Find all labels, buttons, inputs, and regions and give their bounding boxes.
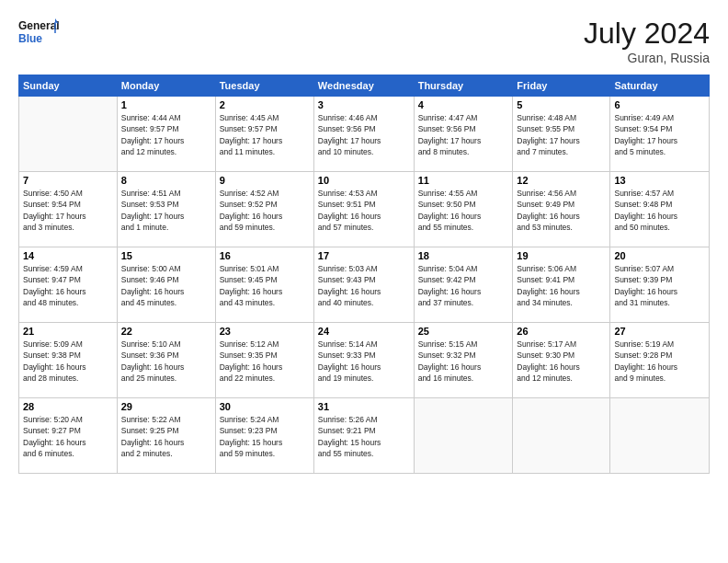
header-saturday: Saturday [610,75,710,97]
calendar-cell: 15Sunrise: 5:00 AMSunset: 9:46 PMDayligh… [117,247,215,323]
week-row-3: 14Sunrise: 4:59 AMSunset: 9:47 PMDayligh… [19,247,710,323]
calendar-table: SundayMondayTuesdayWednesdayThursdayFrid… [18,75,710,474]
calendar-cell: 24Sunrise: 5:14 AMSunset: 9:33 PMDayligh… [313,323,414,398]
calendar-cell: 9Sunrise: 4:52 AMSunset: 9:52 PMDaylight… [215,172,313,247]
calendar-cell: 21Sunrise: 5:09 AMSunset: 9:38 PMDayligh… [19,323,118,398]
day-info: Sunrise: 4:55 AMSunset: 9:50 PMDaylight:… [418,188,509,233]
day-number: 3 [318,99,410,110]
day-info: Sunrise: 4:59 AMSunset: 9:47 PMDaylight:… [23,263,113,308]
calendar-cell: 6Sunrise: 4:49 AMSunset: 9:54 PMDaylight… [610,97,710,172]
week-row-4: 21Sunrise: 5:09 AMSunset: 9:38 PMDayligh… [19,323,710,398]
header-thursday: Thursday [414,75,513,97]
day-info: Sunrise: 5:00 AMSunset: 9:46 PMDaylight:… [121,263,211,308]
day-info: Sunrise: 5:22 AMSunset: 9:25 PMDaylight:… [121,414,211,459]
day-number: 17 [318,250,410,261]
header-friday: Friday [513,75,610,97]
calendar-cell: 2Sunrise: 4:45 AMSunset: 9:57 PMDaylight… [215,97,313,172]
day-number: 14 [23,250,113,261]
calendar-cell [19,97,118,172]
day-number: 1 [121,99,211,110]
calendar-header-row: SundayMondayTuesdayWednesdayThursdayFrid… [19,75,710,97]
logo-svg: General Blue [18,17,59,50]
day-info: Sunrise: 5:24 AMSunset: 9:23 PMDaylight:… [220,414,310,459]
day-info: Sunrise: 5:17 AMSunset: 9:30 PMDaylight:… [517,339,606,384]
calendar-cell: 20Sunrise: 5:07 AMSunset: 9:39 PMDayligh… [610,247,710,323]
calendar-cell: 12Sunrise: 4:56 AMSunset: 9:49 PMDayligh… [513,172,610,247]
logo: General Blue [18,17,59,50]
day-info: Sunrise: 4:48 AMSunset: 9:55 PMDaylight:… [517,112,606,157]
day-info: Sunrise: 5:26 AMSunset: 9:21 PMDaylight:… [318,414,410,459]
day-number: 30 [220,401,310,412]
day-number: 26 [517,326,606,337]
day-info: Sunrise: 4:52 AMSunset: 9:52 PMDaylight:… [220,188,310,233]
day-number: 4 [418,99,509,110]
calendar-cell: 1Sunrise: 4:44 AMSunset: 9:57 PMDaylight… [117,97,215,172]
calendar-cell: 22Sunrise: 5:10 AMSunset: 9:36 PMDayligh… [117,323,215,398]
calendar-cell: 3Sunrise: 4:46 AMSunset: 9:56 PMDaylight… [313,97,414,172]
svg-text:General: General [18,19,59,32]
calendar-cell [414,398,513,474]
day-number: 8 [121,175,211,186]
day-info: Sunrise: 5:04 AMSunset: 9:42 PMDaylight:… [418,263,509,308]
calendar-cell: 4Sunrise: 4:47 AMSunset: 9:56 PMDaylight… [414,97,513,172]
calendar-cell: 7Sunrise: 4:50 AMSunset: 9:54 PMDaylight… [19,172,118,247]
location: Guran, Russia [584,51,710,65]
day-info: Sunrise: 4:47 AMSunset: 9:56 PMDaylight:… [418,112,509,157]
calendar-cell: 23Sunrise: 5:12 AMSunset: 9:35 PMDayligh… [215,323,313,398]
calendar-cell: 30Sunrise: 5:24 AMSunset: 9:23 PMDayligh… [215,398,313,474]
day-info: Sunrise: 5:07 AMSunset: 9:39 PMDaylight:… [614,263,705,308]
calendar-cell: 25Sunrise: 5:15 AMSunset: 9:32 PMDayligh… [414,323,513,398]
calendar-cell: 31Sunrise: 5:26 AMSunset: 9:21 PMDayligh… [313,398,414,474]
day-number: 5 [517,99,606,110]
calendar-cell: 16Sunrise: 5:01 AMSunset: 9:45 PMDayligh… [215,247,313,323]
day-info: Sunrise: 5:14 AMSunset: 9:33 PMDaylight:… [318,339,410,384]
calendar-cell [513,398,610,474]
calendar-cell: 5Sunrise: 4:48 AMSunset: 9:55 PMDaylight… [513,97,610,172]
week-row-5: 28Sunrise: 5:20 AMSunset: 9:27 PMDayligh… [19,398,710,474]
header-sunday: Sunday [19,75,118,97]
day-info: Sunrise: 5:15 AMSunset: 9:32 PMDaylight:… [418,339,509,384]
day-info: Sunrise: 5:03 AMSunset: 9:43 PMDaylight:… [318,263,410,308]
day-info: Sunrise: 5:01 AMSunset: 9:45 PMDaylight:… [220,263,310,308]
header-wednesday: Wednesday [313,75,414,97]
day-number: 25 [418,326,509,337]
day-number: 6 [614,99,705,110]
day-info: Sunrise: 4:51 AMSunset: 9:53 PMDaylight:… [121,188,211,233]
day-number: 24 [318,326,410,337]
day-number: 22 [121,326,211,337]
day-number: 13 [614,175,705,186]
day-number: 15 [121,250,211,261]
day-info: Sunrise: 5:09 AMSunset: 9:38 PMDaylight:… [23,339,113,384]
calendar-cell: 10Sunrise: 4:53 AMSunset: 9:51 PMDayligh… [313,172,414,247]
day-info: Sunrise: 4:50 AMSunset: 9:54 PMDaylight:… [23,188,113,233]
day-info: Sunrise: 5:20 AMSunset: 9:27 PMDaylight:… [23,414,113,459]
day-number: 12 [517,175,606,186]
day-number: 21 [23,326,113,337]
calendar-cell: 18Sunrise: 5:04 AMSunset: 9:42 PMDayligh… [414,247,513,323]
month-year: July 2024 [584,17,710,51]
day-info: Sunrise: 4:57 AMSunset: 9:48 PMDaylight:… [614,188,705,233]
header-tuesday: Tuesday [215,75,313,97]
day-number: 18 [418,250,509,261]
day-info: Sunrise: 4:46 AMSunset: 9:56 PMDaylight:… [318,112,410,157]
day-info: Sunrise: 5:12 AMSunset: 9:35 PMDaylight:… [220,339,310,384]
day-info: Sunrise: 4:56 AMSunset: 9:49 PMDaylight:… [517,188,606,233]
calendar-cell: 28Sunrise: 5:20 AMSunset: 9:27 PMDayligh… [19,398,118,474]
day-number: 2 [220,99,310,110]
calendar-cell: 26Sunrise: 5:17 AMSunset: 9:30 PMDayligh… [513,323,610,398]
calendar-cell [610,398,710,474]
header-monday: Monday [117,75,215,97]
calendar-cell: 8Sunrise: 4:51 AMSunset: 9:53 PMDaylight… [117,172,215,247]
day-number: 9 [220,175,310,186]
day-number: 29 [121,401,211,412]
calendar-cell: 17Sunrise: 5:03 AMSunset: 9:43 PMDayligh… [313,247,414,323]
calendar-cell: 19Sunrise: 5:06 AMSunset: 9:41 PMDayligh… [513,247,610,323]
header: General Blue July 2024 Guran, Russia [18,17,710,65]
day-info: Sunrise: 5:06 AMSunset: 9:41 PMDaylight:… [517,263,606,308]
day-info: Sunrise: 4:49 AMSunset: 9:54 PMDaylight:… [614,112,705,157]
svg-text:Blue: Blue [18,32,42,45]
page: General Blue July 2024 Guran, Russia Sun… [0,0,728,563]
calendar-cell: 11Sunrise: 4:55 AMSunset: 9:50 PMDayligh… [414,172,513,247]
calendar-cell: 29Sunrise: 5:22 AMSunset: 9:25 PMDayligh… [117,398,215,474]
day-number: 20 [614,250,705,261]
